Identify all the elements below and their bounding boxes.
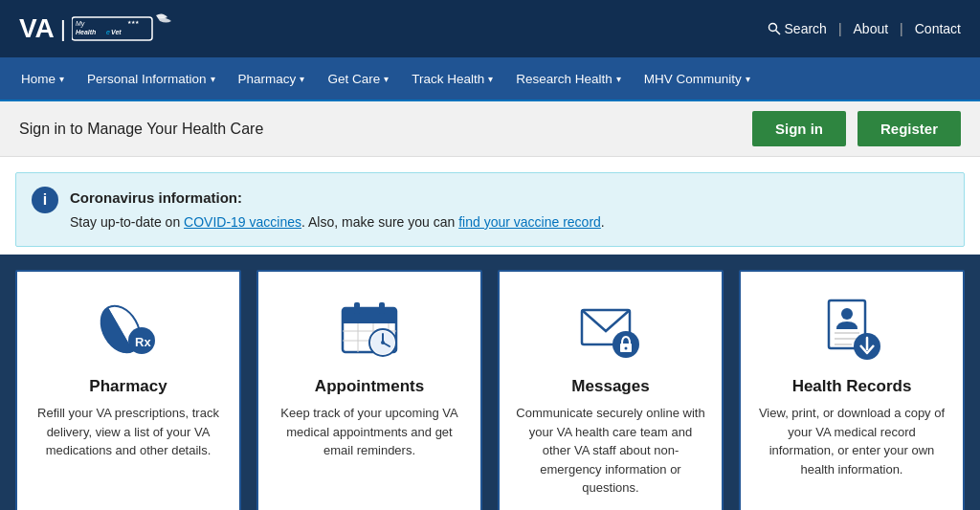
covid-vaccines-link[interactable]: COVID-19 vaccines xyxy=(184,214,301,230)
health-records-icon xyxy=(813,291,890,367)
contact-link[interactable]: Contact xyxy=(915,21,961,36)
appointments-card: Appointments Keep track of your upcoming… xyxy=(256,270,482,510)
chevron-down-icon: ▾ xyxy=(300,74,304,84)
alert-body-text1: Stay up-to-date on xyxy=(70,214,184,230)
chevron-down-icon: ▾ xyxy=(616,74,621,84)
main-nav: Home ▾ Personal Information ▾ Pharmacy ▾… xyxy=(0,57,980,101)
svg-point-35 xyxy=(841,308,853,320)
messages-card-desc: Communicate securely online with your VA… xyxy=(515,404,706,498)
svg-point-33 xyxy=(625,347,628,350)
svg-rect-24 xyxy=(379,302,385,314)
pharmacy-card-title: Pharmacy xyxy=(89,377,167,396)
nav-personal-information[interactable]: Personal Information ▾ xyxy=(76,56,227,100)
svg-point-6 xyxy=(768,24,776,32)
svg-text:★★★: ★★★ xyxy=(127,19,140,25)
alert-banner: i Coronavirus information: Stay up-to-da… xyxy=(15,172,965,247)
nav-separator-1: | xyxy=(838,21,842,36)
svg-text:Vet: Vet xyxy=(111,29,122,35)
nav-mhv-community[interactable]: MHV Community ▾ xyxy=(633,56,762,100)
nav-pharmacy[interactable]: Pharmacy ▾ xyxy=(227,56,317,100)
pharmacy-card: Rx Pharmacy Refill your VA prescriptions… xyxy=(15,270,241,510)
signin-button[interactable]: Sign in xyxy=(752,111,846,146)
appointments-card-desc: Keep track of your upcoming VA medical a… xyxy=(274,404,465,498)
pharmacy-card-desc: Refill your VA prescriptions, track deli… xyxy=(33,404,224,498)
chevron-down-icon: ▾ xyxy=(59,74,64,84)
svg-rect-17 xyxy=(343,316,396,323)
messages-card-title: Messages xyxy=(571,377,649,396)
nav-research-health[interactable]: Research Health ▾ xyxy=(504,56,633,100)
search-button[interactable]: Search xyxy=(768,21,827,36)
chevron-down-icon: ▾ xyxy=(384,74,389,84)
svg-rect-23 xyxy=(354,302,360,314)
alert-text: Coronavirus information: Stay up-to-date… xyxy=(70,187,605,233)
alert-body-text3: . xyxy=(601,214,605,230)
about-link[interactable]: About xyxy=(854,21,889,36)
chevron-down-icon: ▾ xyxy=(746,74,750,84)
logo-area: VA | My Health e Vet ★★★ xyxy=(19,11,177,46)
register-button[interactable]: Register xyxy=(858,111,961,146)
logo-divider: | xyxy=(60,15,66,42)
search-icon xyxy=(768,22,781,35)
messages-icon xyxy=(572,291,649,367)
mhv-logo: My Health e Vet ★★★ xyxy=(72,11,177,46)
va-logo-text: VA xyxy=(19,13,55,44)
signin-prompt-text: Sign in to Manage Your Health Care xyxy=(19,121,263,138)
top-header: VA | My Health e Vet ★★★ xyxy=(0,0,980,57)
appointments-icon xyxy=(331,291,408,367)
signin-bar: Sign in to Manage Your Health Care Sign … xyxy=(0,101,980,157)
signin-buttons-group: Sign in Register xyxy=(752,111,961,146)
pharmacy-icon: Rx xyxy=(90,291,167,367)
chevron-down-icon: ▾ xyxy=(211,74,215,84)
nav-home[interactable]: Home ▾ xyxy=(10,56,76,100)
svg-text:e: e xyxy=(106,29,110,35)
vaccine-record-link[interactable]: find your vaccine record xyxy=(458,214,601,230)
nav-get-care[interactable]: Get Care ▾ xyxy=(316,56,400,100)
health-records-card-title: Health Records xyxy=(792,377,912,396)
health-records-card: Health Records View, print, or download … xyxy=(739,270,965,510)
svg-line-7 xyxy=(775,31,780,35)
chevron-down-icon: ▾ xyxy=(488,74,493,84)
appointments-card-title: Appointments xyxy=(315,377,424,396)
top-utility-nav: Search | About | Contact xyxy=(768,21,961,36)
mhv-logo-svg: My Health e Vet ★★★ xyxy=(72,11,177,46)
svg-text:Health: Health xyxy=(76,29,96,35)
health-records-card-desc: View, print, or download a copy of your … xyxy=(756,404,947,498)
alert-body-text2: . Also, make sure you can xyxy=(301,214,458,230)
nav-separator-2: | xyxy=(900,21,903,36)
nav-track-health[interactable]: Track Health ▾ xyxy=(400,56,504,100)
alert-title: Coronavirus information: xyxy=(70,187,605,210)
svg-text:My: My xyxy=(76,20,85,28)
svg-point-29 xyxy=(381,341,385,344)
cards-section: Rx Pharmacy Refill your VA prescriptions… xyxy=(0,255,980,510)
info-icon: i xyxy=(32,187,58,213)
messages-card: Messages Communicate securely online wit… xyxy=(498,270,724,510)
svg-text:Rx: Rx xyxy=(135,335,151,349)
